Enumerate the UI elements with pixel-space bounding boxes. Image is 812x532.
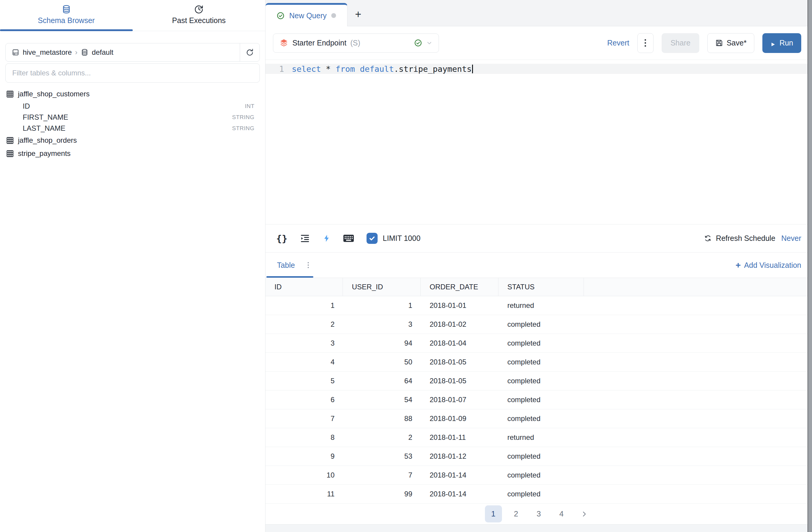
column-header[interactable]: USER_ID bbox=[343, 278, 421, 296]
tab-schema-browser[interactable]: Schema Browser bbox=[0, 0, 133, 31]
sql-token: select bbox=[292, 64, 321, 74]
table-name: stripe_payments bbox=[18, 149, 71, 158]
column-header[interactable]: ORDER_DATE bbox=[421, 278, 498, 296]
schema-column-row[interactable]: IDINT bbox=[5, 100, 260, 112]
table-cell: completed bbox=[498, 372, 584, 390]
autocomplete-lightning-icon[interactable] bbox=[323, 234, 331, 242]
results-table-header: IDUSER_IDORDER_DATESTATUS bbox=[265, 278, 812, 296]
limit-group: LIMIT 1000 bbox=[366, 233, 420, 244]
table-row: 232018-01-02completed bbox=[265, 315, 812, 334]
refresh-schedule-value[interactable]: Never bbox=[781, 234, 801, 243]
table-cell: 7 bbox=[265, 409, 343, 428]
table-cell-filler bbox=[584, 296, 812, 315]
endpoint-layers-icon bbox=[279, 38, 289, 47]
vertical-scrollbar[interactable] bbox=[808, 0, 812, 532]
add-visualization-label: Add Visualization bbox=[744, 261, 801, 270]
table-cell: 2018-01-02 bbox=[421, 315, 498, 334]
schema-table-row[interactable]: jaffle_shop_customers bbox=[5, 87, 260, 100]
query-tab-label: New Query bbox=[289, 11, 327, 20]
page-button[interactable]: 3 bbox=[531, 505, 547, 522]
footer-strip bbox=[265, 524, 812, 532]
format-query-icon[interactable]: {} bbox=[276, 233, 287, 244]
sql-token: .stripe_payments bbox=[394, 64, 472, 74]
column-header[interactable]: ID bbox=[265, 278, 343, 296]
table-cell: returned bbox=[498, 428, 584, 447]
table-cell: 2 bbox=[265, 315, 343, 334]
tab-past-executions[interactable]: Past Executions bbox=[133, 0, 265, 31]
page-button[interactable]: 1 bbox=[485, 505, 502, 522]
limit-checkbox[interactable] bbox=[366, 233, 378, 244]
sql-editor[interactable]: 1 select * from default.stripe_payments bbox=[265, 60, 812, 224]
table-grid-icon bbox=[6, 137, 14, 144]
table-row: 11992018-01-14completed bbox=[265, 485, 812, 504]
endpoint-selector[interactable]: Starter Endpoint (S) bbox=[273, 33, 439, 53]
refresh-schedule-group: Refresh Schedule Never bbox=[704, 234, 801, 243]
refresh-schema-button[interactable] bbox=[240, 43, 260, 61]
table-cell: 3 bbox=[343, 315, 421, 334]
sql-token: * bbox=[321, 64, 336, 74]
table-cell: 54 bbox=[343, 391, 421, 409]
new-tab-button[interactable]: + bbox=[347, 3, 369, 26]
sql-code: select * from default.stripe_payments bbox=[292, 64, 472, 74]
breadcrumb[interactable]: hive_metastore › default bbox=[6, 43, 240, 61]
toolbar-actions: Revert Share Save* bbox=[607, 33, 801, 53]
unsaved-indicator-dot bbox=[331, 13, 336, 18]
table-cell-filler bbox=[584, 372, 812, 390]
table-row: 9532018-01-12completed bbox=[265, 447, 812, 466]
table-cell: 64 bbox=[343, 372, 421, 390]
schema-column-row[interactable]: LAST_NAMESTRING bbox=[5, 123, 260, 134]
schema-column-row[interactable]: FIRST_NAMESTRING bbox=[5, 112, 260, 123]
revert-button[interactable]: Revert bbox=[607, 39, 629, 47]
page-button[interactable]: 2 bbox=[508, 505, 525, 522]
history-clock-icon bbox=[194, 4, 204, 14]
table-grid-icon bbox=[6, 90, 14, 98]
table-cell: 94 bbox=[343, 334, 421, 352]
save-floppy-icon bbox=[715, 39, 723, 47]
schema-table-row[interactable]: stripe_payments bbox=[5, 147, 260, 160]
pagination: 1234 bbox=[265, 504, 812, 524]
sql-active-line[interactable]: 1 select * from default.stripe_payments bbox=[265, 64, 812, 74]
table-row: 7882018-01-09completed bbox=[265, 409, 812, 428]
column-header[interactable]: STATUS bbox=[498, 278, 584, 296]
table-cell: 99 bbox=[343, 485, 421, 503]
table-cell: 2 bbox=[343, 428, 421, 447]
page-button[interactable]: 4 bbox=[553, 505, 570, 522]
table-cell-filler bbox=[584, 485, 812, 503]
save-button-label: Save* bbox=[726, 39, 746, 47]
breadcrumb-catalog[interactable]: hive_metastore bbox=[23, 48, 72, 57]
keyboard-shortcuts-icon[interactable] bbox=[343, 234, 354, 243]
run-button-label: Run bbox=[779, 39, 793, 47]
share-button[interactable]: Share bbox=[662, 33, 700, 53]
run-button[interactable]: Run bbox=[763, 33, 801, 53]
table-name: jaffle_shop_orders bbox=[18, 136, 77, 144]
filter-tables-input[interactable] bbox=[5, 64, 260, 83]
table-cell: completed bbox=[498, 315, 584, 334]
table-cell: completed bbox=[498, 409, 584, 428]
endpoint-size: (S) bbox=[350, 39, 360, 47]
table-cell: 53 bbox=[343, 447, 421, 465]
table-cell: 10 bbox=[265, 466, 343, 485]
breadcrumb-schema[interactable]: default bbox=[92, 48, 113, 57]
table-cell-filler bbox=[584, 428, 812, 447]
table-cell: returned bbox=[498, 296, 584, 315]
results-tab-table[interactable]: Table bbox=[265, 253, 314, 278]
sql-token bbox=[355, 64, 360, 74]
query-tab-new-query[interactable]: New Query bbox=[265, 3, 347, 26]
sidebar: Schema Browser Past Executions bbox=[0, 0, 265, 532]
indent-icon[interactable] bbox=[300, 233, 310, 243]
table-cell: 2018-01-04 bbox=[421, 334, 498, 352]
table-row: 112018-01-01returned bbox=[265, 296, 812, 315]
chevron-down-icon bbox=[426, 40, 433, 46]
play-icon bbox=[770, 40, 775, 46]
query-saved-check-icon bbox=[277, 12, 285, 20]
sidebar-tab-label: Schema Browser bbox=[38, 16, 95, 25]
sql-token: default bbox=[360, 64, 394, 74]
save-button[interactable]: Save* bbox=[707, 33, 754, 53]
visualization-options-icon[interactable] bbox=[308, 262, 309, 268]
next-page-button[interactable] bbox=[576, 505, 593, 522]
add-visualization-button[interactable]: + Add Visualization bbox=[736, 261, 801, 270]
table-cell: 2018-01-07 bbox=[421, 391, 498, 409]
more-actions-button[interactable] bbox=[637, 33, 654, 53]
table-cell: 6 bbox=[265, 391, 343, 409]
schema-table-row[interactable]: jaffle_shop_orders bbox=[5, 134, 260, 147]
